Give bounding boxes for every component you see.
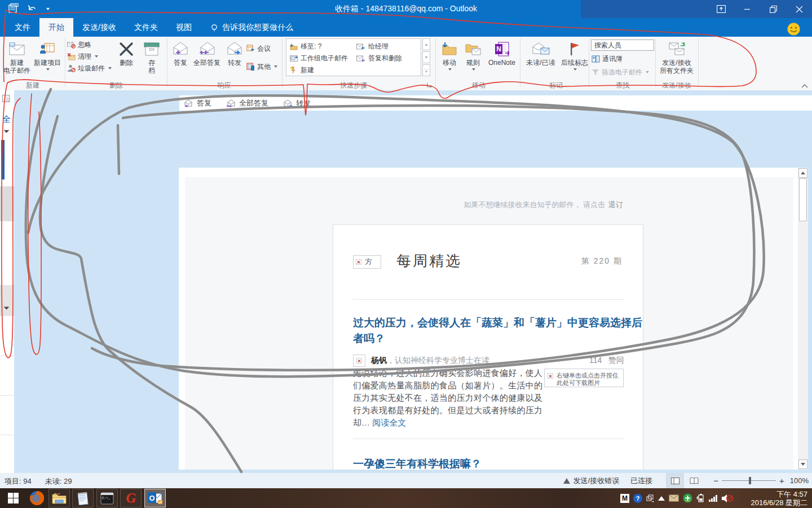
rules-icon	[465, 40, 482, 59]
quick-step-move-to[interactable]: 移至: ?	[290, 42, 321, 51]
quick-step-new[interactable]: 新建	[290, 65, 314, 75]
tray-windows-icon[interactable]	[646, 494, 654, 502]
taskbar-g-app[interactable]: G	[120, 489, 142, 507]
scrollbar-up-button[interactable]	[798, 168, 807, 178]
more-respond-button[interactable]: 其他	[246, 62, 277, 71]
view-normal-button[interactable]	[666, 473, 684, 488]
quick-step-team-email[interactable]: 工作组电子邮件	[290, 54, 348, 63]
tray-green-ball-icon[interactable]	[683, 493, 692, 503]
more-respond-icon	[246, 63, 255, 71]
rules-button[interactable]: 规则	[462, 38, 484, 71]
address-book-button[interactable]: 通讯簿	[592, 54, 623, 63]
send-receive-icon	[668, 40, 685, 59]
meeting-button[interactable]: 会议	[246, 44, 271, 53]
tab-tell-me[interactable]: 告诉我你想要做什么	[201, 18, 302, 37]
scrollbar-thumb[interactable]	[799, 178, 807, 221]
group-label-move: 移动	[438, 81, 520, 90]
meeting-icon	[246, 45, 255, 52]
quick-step-to-manager[interactable]: 给经理	[356, 42, 389, 51]
scrollbar-down-button[interactable]	[798, 459, 807, 469]
tray-battery-icon[interactable]	[696, 494, 705, 502]
taskbar-notepad[interactable]	[72, 489, 94, 507]
tray-help-icon[interactable]: ?	[633, 494, 642, 503]
reading-pane-scrollbar[interactable]	[798, 168, 808, 470]
folder-pane-thumb[interactable]	[0, 186, 14, 221]
new-items-button[interactable]: 新建项目	[33, 38, 62, 71]
filter-email-button[interactable]: 筛选电子邮件	[592, 68, 649, 77]
archive-button[interactable]: 存档	[141, 38, 162, 75]
svg-text:C:\_: C:\_	[102, 496, 111, 500]
tray-network-icon[interactable]	[709, 495, 718, 502]
broken-image-icon	[548, 373, 553, 379]
collapse-ribbon-icon[interactable]	[801, 83, 809, 89]
folder-pane-all-label[interactable]: 全	[2, 114, 11, 125]
search-people-input[interactable]: 搜索人员	[591, 40, 654, 51]
zoom-level[interactable]: 100%	[790, 476, 809, 485]
reading-reply-button[interactable]: 答复	[184, 98, 211, 108]
close-button[interactable]	[786, 0, 812, 18]
tab-file[interactable]: 文件	[6, 18, 39, 37]
tray-show-hidden-icon[interactable]	[658, 496, 665, 501]
taskbar-clock[interactable]: 下午 4:57 2016/6/28 星期二	[751, 490, 807, 507]
reply-button[interactable]: 答复	[170, 38, 191, 67]
status-connected[interactable]: 已连接	[630, 476, 652, 486]
reply-all-button[interactable]: 全部答复	[192, 38, 222, 67]
reading-reply-all-button[interactable]: 全部答复	[226, 98, 268, 108]
reading-forward-icon	[283, 99, 293, 107]
taskbar-cmd[interactable]: C:\_	[96, 489, 118, 507]
onenote-button[interactable]: N OneNote	[486, 38, 518, 67]
unsubscribe-link[interactable]: 退订	[608, 200, 623, 209]
send-receive-all-button[interactable]: 发送/接收所有文件夹	[657, 38, 696, 75]
tab-send-receive[interactable]: 发送/接收	[73, 18, 125, 37]
delete-button[interactable]: 删除	[115, 38, 138, 67]
junk-button[interactable]: 垃圾邮件	[67, 64, 112, 73]
email-body-background: 如果不想继续接收来自知乎的邮件， 请点击退订 方 每周精选 第 220 期 过大…	[185, 177, 793, 470]
read-more-link[interactable]: 阅读全文	[372, 418, 406, 427]
tab-home[interactable]: 开始	[39, 18, 73, 37]
quick-steps-scroll: ▲ ▼ —▼	[422, 38, 430, 76]
collapsed-folder-pane[interactable]: 全	[0, 90, 14, 473]
move-to-folder-icon	[290, 43, 298, 50]
new-email-button[interactable]: 新建电子邮件	[3, 38, 30, 75]
zoom-slider[interactable]	[722, 480, 776, 481]
folder-pane-expand-arrow[interactable]	[4, 128, 10, 133]
article1-title[interactable]: 过大的压力，会使得人在「蔬菜」和「薯片」中更容易选择后者吗？	[353, 315, 642, 347]
unread-read-button[interactable]: 未读/已读	[523, 38, 558, 67]
move-button[interactable]: 移动	[439, 38, 460, 71]
taskbar-outlook[interactable]: O	[144, 489, 166, 507]
notes-icon[interactable]	[2, 95, 11, 103]
quick-steps-more[interactable]: —▼	[422, 64, 430, 76]
reading-forward-button[interactable]: 转发	[283, 98, 311, 108]
start-button[interactable]	[8, 493, 19, 503]
zoom-out-button[interactable]: −	[713, 476, 718, 485]
folder-pane-block[interactable]	[0, 285, 14, 316]
status-send-error[interactable]: 发送/接收错误	[573, 476, 620, 486]
group-label-delete: 删除	[67, 81, 165, 90]
zoom-in-button[interactable]: +	[779, 476, 784, 485]
tab-view[interactable]: 视图	[167, 18, 201, 37]
tray-volume-muted-icon[interactable]	[722, 494, 733, 503]
cleanup-button[interactable]: 清理	[67, 52, 98, 61]
follow-up-flag-icon	[568, 40, 581, 59]
restore-button[interactable]	[760, 0, 786, 18]
ignore-button[interactable]: 忽略	[67, 40, 91, 49]
taskbar-file-explorer[interactable]	[48, 489, 70, 507]
tab-folder[interactable]: 文件夹	[125, 18, 167, 37]
quick-steps-scroll-up[interactable]: ▲	[422, 38, 430, 50]
ribbon-display-options-button[interactable]	[708, 0, 734, 18]
quick-steps-scroll-down[interactable]: ▼	[422, 51, 430, 63]
quick-steps-dialog-launcher[interactable]	[427, 82, 433, 88]
firefox-icon[interactable]	[29, 491, 45, 506]
lightbulb-icon	[210, 23, 219, 32]
window-controls	[708, 0, 812, 18]
quick-step-reply-delete[interactable]: 答复和删除	[356, 54, 402, 63]
tray-m-icon[interactable]: M	[620, 494, 629, 503]
tray-mail-icon[interactable]	[669, 494, 679, 502]
article2-title[interactable]: 一孕傻三年有科学根据嘛？	[353, 457, 482, 471]
view-reading-button[interactable]	[684, 473, 704, 488]
feedback-smiley-icon[interactable]	[787, 23, 800, 36]
article1-image-placeholder: 右键单击或点击并按住此处可下载图片	[544, 369, 624, 387]
minimize-button[interactable]	[734, 0, 760, 18]
forward-button[interactable]: 转发	[224, 38, 245, 67]
follow-up-button[interactable]: 后续标志	[561, 38, 589, 71]
